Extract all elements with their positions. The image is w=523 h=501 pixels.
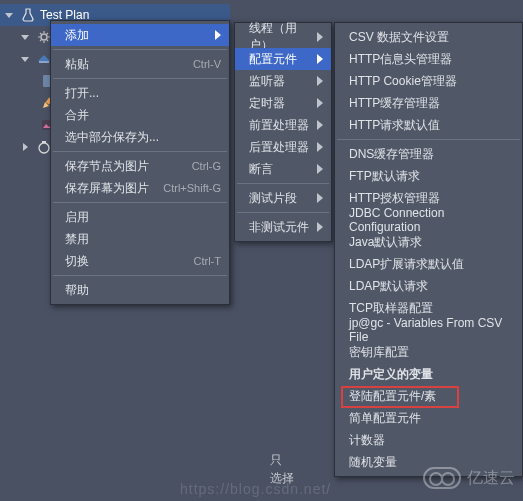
separator [53,151,227,152]
menu-item-listener[interactable]: 监听器 [235,70,331,92]
watermark-url: https://blog.csdn.net/ [180,481,331,497]
chevron-right-icon [317,76,323,86]
chevron-right-icon [20,142,30,152]
chevron-down-icon [20,32,30,42]
menu-item-dns-cache[interactable]: DNS缓存管理器 [335,143,522,165]
menu-label: 保存屏幕为图片 [65,180,163,197]
chevron-right-icon [317,98,323,108]
menu-label: 后置处理器 [249,139,317,156]
svg-point-0 [41,34,47,40]
svg-point-6 [39,143,49,153]
menu-label: 简单配置元件 [349,410,514,427]
menu-label: 禁用 [65,231,221,248]
menu-item-threads[interactable]: 线程（用户） [235,26,331,48]
menu-item-add[interactable]: 添加 [51,24,229,46]
menu-item-toggle[interactable]: 切换 Ctrl-T [51,250,229,272]
chevron-down-icon [20,54,30,64]
menu-item-user-vars[interactable]: 用户定义的变量 [335,363,522,385]
menu-label: 用户定义的变量 [349,366,514,383]
menu-item-disable[interactable]: 禁用 [51,228,229,250]
menu-item-jpgc-csv[interactable]: jp@gc - Variables From CSV File [335,319,522,341]
menu-label: 添加 [65,27,215,44]
menu-item-test-fragment[interactable]: 测试片段 [235,187,331,209]
menu-item-merge[interactable]: 合并 [51,104,229,126]
menu-item-http-cookie[interactable]: HTTP Cookie管理器 [335,70,522,92]
menu-label: jp@gc - Variables From CSV File [349,316,514,344]
menu-item-ftp-defaults[interactable]: FTP默认请求 [335,165,522,187]
menu-item-counter[interactable]: 计数器 [335,429,522,451]
menu-item-assertion[interactable]: 断言 [235,158,331,180]
menu-item-login-config[interactable]: 登陆配置元件/素 [335,385,522,407]
menu-item-non-test[interactable]: 非测试元件 [235,216,331,238]
context-submenu-config-element: CSV 数据文件设置 HTTP信息头管理器 HTTP Cookie管理器 HTT… [334,22,523,477]
menu-item-java-defaults[interactable]: Java默认请求 [335,231,522,253]
menu-label: 配置元件 [249,51,317,68]
chevron-right-icon [317,164,323,174]
menu-item-http-defaults[interactable]: HTTP请求默认值 [335,114,522,136]
menu-label: 测试片段 [249,190,317,207]
menu-label: Java默认请求 [349,234,514,251]
menu-label: LDAP默认请求 [349,278,514,295]
menu-label: 选中部分保存为... [65,129,221,146]
menu-item-help[interactable]: 帮助 [51,279,229,301]
menu-label: 断言 [249,161,317,178]
chevron-right-icon [317,222,323,232]
menu-label: 合并 [65,107,221,124]
cloud-icon [423,467,461,489]
menu-label: HTTP Cookie管理器 [349,73,514,90]
chevron-right-icon [317,120,323,130]
watermark: 亿速云 [423,467,515,489]
separator [237,212,329,213]
menu-label: 启用 [65,209,221,226]
menu-item-http-header[interactable]: HTTP信息头管理器 [335,48,522,70]
menu-label: 打开... [65,85,221,102]
menu-shortcut: Ctrl-V [193,58,221,70]
menu-label: JDBC Connection Configuration [349,206,514,234]
menu-label: HTTP缓存管理器 [349,95,514,112]
separator [237,183,329,184]
menu-item-postprocessor[interactable]: 后置处理器 [235,136,331,158]
context-submenu-add: 线程（用户） 配置元件 监听器 定时器 前置处理器 后置处理器 断言 测试片段 … [234,22,332,242]
menu-item-paste[interactable]: 粘贴 Ctrl-V [51,53,229,75]
menu-item-simple-config[interactable]: 简单配置元件 [335,407,522,429]
chevron-right-icon [317,54,323,64]
menu-item-ldap-ext[interactable]: LDAP扩展请求默认值 [335,253,522,275]
chevron-right-icon [317,193,323,203]
menu-item-timer[interactable]: 定时器 [235,92,331,114]
separator [53,49,227,50]
menu-shortcut: Ctrl-G [192,160,221,172]
menu-label: 定时器 [249,95,317,112]
menu-item-config-element[interactable]: 配置元件 [235,48,331,70]
separator [53,202,227,203]
menu-label: 粘贴 [65,56,193,73]
menu-label: 计数器 [349,432,514,449]
menu-label: HTTP请求默认值 [349,117,514,134]
menu-item-ldap-defaults[interactable]: LDAP默认请求 [335,275,522,297]
menu-label: 监听器 [249,73,317,90]
separator [337,139,520,140]
menu-label: 切换 [65,253,194,270]
menu-item-jdbc[interactable]: JDBC Connection Configuration [335,209,522,231]
menu-shortcut: Ctrl-T [194,255,222,267]
chevron-right-icon [215,30,221,40]
context-menu-main: 添加 粘贴 Ctrl-V 打开... 合并 选中部分保存为... 保存节点为图片… [50,20,230,305]
menu-label: TCP取样器配置 [349,300,514,317]
svg-rect-1 [39,61,49,63]
menu-item-save-screen-image[interactable]: 保存屏幕为图片 Ctrl+Shift-G [51,177,229,199]
menu-item-keystore[interactable]: 密钥库配置 [335,341,522,363]
menu-item-enable[interactable]: 启用 [51,206,229,228]
menu-item-open[interactable]: 打开... [51,82,229,104]
menu-item-save-selection-as[interactable]: 选中部分保存为... [51,126,229,148]
menu-label: 密钥库配置 [349,344,514,361]
menu-item-http-cache[interactable]: HTTP缓存管理器 [335,92,522,114]
watermark-text: 亿速云 [467,468,515,489]
menu-item-csv-data[interactable]: CSV 数据文件设置 [335,26,522,48]
chevron-down-icon [4,10,14,20]
menu-label: 前置处理器 [249,117,317,134]
menu-label: FTP默认请求 [349,168,514,185]
menu-label: HTTP信息头管理器 [349,51,514,68]
menu-item-preprocessor[interactable]: 前置处理器 [235,114,331,136]
menu-label: 登陆配置元件/素 [349,388,514,405]
menu-item-save-node-image[interactable]: 保存节点为图片 Ctrl-G [51,155,229,177]
menu-label: 非测试元件 [249,219,317,236]
